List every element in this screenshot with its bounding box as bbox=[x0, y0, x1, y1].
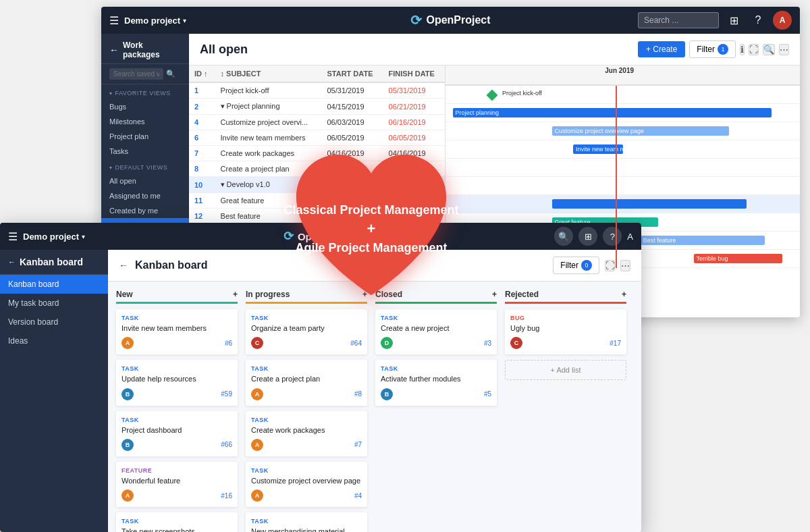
front-sidebar-kanban[interactable]: Kanban board bbox=[0, 275, 108, 294]
create-button[interactable]: + Create bbox=[638, 41, 685, 57]
back-search-input[interactable] bbox=[638, 12, 719, 28]
front-sidebar-mytask[interactable]: My task board bbox=[0, 294, 108, 313]
openproject-logo-icon: ⟳ bbox=[410, 12, 422, 28]
sidebar-item-bugs[interactable]: Bugs bbox=[101, 99, 189, 114]
kanban-col-new-add[interactable]: + bbox=[233, 290, 238, 299]
gantt-month-label: Jun 2019 bbox=[605, 67, 634, 74]
gantt-bar-4: Customize project overview page bbox=[552, 126, 730, 136]
kanban-card[interactable]: TASK Update help resources B #59 bbox=[116, 360, 238, 405]
card-id: #59 bbox=[221, 390, 232, 398]
kanban-column-new: New + TASK Invite new team members A #6 bbox=[116, 290, 238, 524]
hamburger-icon[interactable]: ☰ bbox=[109, 14, 119, 27]
back-top-controls: ⊞ ? A bbox=[638, 11, 792, 30]
fullscreen-icon-btn[interactable]: ⛶ bbox=[749, 44, 759, 55]
gantt-row-10 bbox=[446, 195, 800, 213]
back-logo-text: OpenProject bbox=[426, 14, 490, 26]
kanban-card[interactable]: TASK Create a project plan A #8 bbox=[246, 360, 367, 405]
gantt-bar-2: Project planning bbox=[453, 108, 772, 117]
card-title: Create a new project bbox=[381, 323, 491, 333]
kanban-card[interactable]: TASK New merchandising material A #63 bbox=[246, 512, 367, 532]
front-sidebar-ideas[interactable]: Ideas bbox=[0, 331, 108, 350]
card-title: Update help resources bbox=[122, 374, 232, 383]
heart-svg bbox=[277, 145, 466, 314]
more-icon-btn[interactable]: ⋯ bbox=[779, 44, 789, 55]
col-finish[interactable]: FINISH DATE bbox=[383, 65, 445, 82]
kanban-title: Kanban board bbox=[135, 259, 208, 271]
card-id: #8 bbox=[354, 390, 362, 398]
sidebar-item-all-open[interactable]: All open bbox=[101, 174, 189, 188]
collapse-default-icon[interactable]: ▾ bbox=[109, 165, 113, 171]
help-icon-btn[interactable]: ? bbox=[749, 11, 767, 30]
gantt-row-4: Customize project overview page bbox=[446, 122, 800, 140]
back-content-header: All open + Create Filter 1 ℹ ⛶ 🔍 ⋯ bbox=[189, 34, 800, 65]
filter-button[interactable]: Filter 1 bbox=[689, 41, 736, 58]
page-title: All open bbox=[200, 43, 248, 57]
front-boards-label: Kanban board bbox=[20, 257, 83, 267]
kanban-back-icon[interactable]: ← bbox=[119, 260, 128, 271]
sidebar-item-tasks[interactable]: Tasks bbox=[101, 144, 189, 159]
card-id: #16 bbox=[221, 492, 232, 500]
front-sidebar: ← Kanban board Kanban board My task boar… bbox=[0, 250, 108, 532]
kanban-more-btn[interactable]: ⋯ bbox=[620, 260, 630, 271]
card-avatar: B bbox=[122, 388, 134, 400]
back-btn-icon[interactable]: ← bbox=[109, 45, 119, 55]
card-title: Activate further modules bbox=[381, 374, 491, 383]
front-back-icon[interactable]: ← bbox=[8, 258, 16, 266]
sidebar-item-created[interactable]: Created by me bbox=[101, 203, 189, 218]
kanban-card[interactable]: TASK Take new screenshots A #61 bbox=[116, 512, 238, 532]
kanban-card[interactable]: TASK Project dashboard B #66 bbox=[116, 411, 238, 456]
back-project-name: Demo project bbox=[124, 16, 180, 26]
add-list-button[interactable]: + Add list bbox=[505, 360, 626, 380]
col-start[interactable]: START DATE bbox=[321, 65, 383, 82]
front-help-icon-btn[interactable]: ? bbox=[603, 227, 622, 246]
front-hamburger-icon[interactable]: ☰ bbox=[8, 230, 18, 243]
kanban-card[interactable]: TASK Create work packages A #7 bbox=[246, 411, 367, 456]
gantt-bar-12: Best feature bbox=[641, 236, 765, 245]
table-row[interactable]: 1Project kick-off05/31/201905/31/2019 bbox=[189, 82, 445, 99]
kanban-column-closed: Closed + TASK Create a new project D #3 … bbox=[375, 290, 497, 524]
table-row[interactable]: 4Customize project overvi...06/03/201906… bbox=[189, 115, 445, 130]
col-id[interactable]: ID ↑ bbox=[189, 65, 215, 82]
gantt-milestone-1 bbox=[487, 90, 498, 101]
collapse-icon[interactable]: ▾ bbox=[109, 90, 113, 97]
info-icon-btn[interactable]: ℹ bbox=[740, 44, 745, 55]
gantt-row-2: Project planning bbox=[446, 104, 800, 122]
kanban-card[interactable]: TASK Customize project overview page A #… bbox=[246, 462, 367, 507]
card-id: #5 bbox=[484, 390, 491, 398]
kanban-col-new-label: New bbox=[116, 290, 133, 299]
card-id: #64 bbox=[350, 340, 362, 347]
kanban-card[interactable]: BUG Ugly bug C #17 bbox=[505, 309, 626, 354]
sidebar-item-milestones[interactable]: Milestones bbox=[101, 114, 189, 129]
heart-shape: Classical Project Management + Agile Pro… bbox=[277, 145, 466, 314]
dropdown-arrow-icon[interactable]: ▾ bbox=[183, 17, 186, 24]
front-sidebar-version[interactable]: Version board bbox=[0, 313, 108, 331]
card-id: #17 bbox=[610, 340, 621, 347]
col-subject[interactable]: ↕ SUBJECT bbox=[215, 65, 322, 82]
front-top-controls: 🔍 ⊞ ? A bbox=[554, 227, 633, 246]
card-avatar: D bbox=[381, 337, 393, 349]
card-avatar: C bbox=[510, 337, 522, 349]
sidebar-item-project-plan[interactable]: Project plan bbox=[101, 129, 189, 144]
kanban-filter-btn[interactable]: Filter 0 bbox=[553, 257, 599, 274]
kanban-fullscreen-btn[interactable]: ⛶ bbox=[605, 260, 615, 271]
front-dropdown-icon[interactable]: ▾ bbox=[82, 233, 85, 240]
kanban-card[interactable]: FEATURE Wonderful feature A #16 bbox=[116, 462, 238, 507]
zoom-icon-btn[interactable]: 🔍 bbox=[763, 44, 775, 55]
kanban-col-closed-add[interactable]: + bbox=[492, 290, 497, 299]
card-title: Project dashboard bbox=[122, 425, 232, 435]
card-type: TASK bbox=[251, 417, 362, 423]
gantt-row-6: Invite new team members bbox=[446, 140, 800, 159]
kanban-column-progress: In progress + TASK Organize a team party… bbox=[246, 290, 367, 524]
grid-icon-btn[interactable]: ⊞ bbox=[724, 11, 743, 30]
card-type: TASK bbox=[122, 365, 232, 372]
front-grid-icon-btn[interactable]: ⊞ bbox=[578, 227, 597, 246]
front-search-icon-btn[interactable]: 🔍 bbox=[554, 227, 573, 246]
kanban-col-rejected-add[interactable]: + bbox=[622, 290, 626, 299]
kanban-card[interactable]: TASK Invite new team members A #6 bbox=[116, 309, 238, 354]
gantt-header: Jun 2019 bbox=[446, 65, 800, 86]
default-views-label: ▾ DEFAULT VIEWS bbox=[101, 159, 189, 174]
sidebar-item-assigned[interactable]: Assigned to me bbox=[101, 188, 189, 203]
table-row[interactable]: 2▾ Project planning04/15/201906/21/2019 bbox=[189, 99, 445, 115]
kanban-card[interactable]: TASK Activate further modules B #5 bbox=[375, 360, 497, 405]
saved-views-search-input[interactable] bbox=[109, 68, 163, 80]
